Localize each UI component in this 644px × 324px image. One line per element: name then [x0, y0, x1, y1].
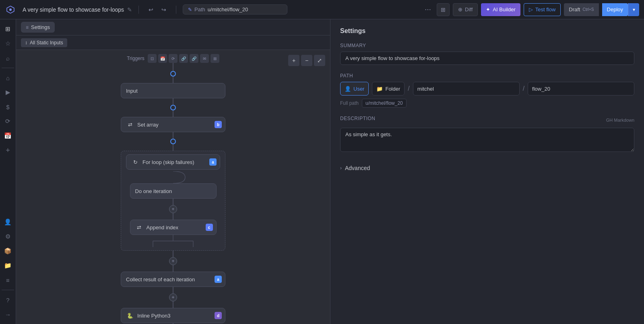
input-node-row: Input — [113, 83, 233, 98]
all-static-inputs-tab[interactable]: ↕ All Static Inputs — [21, 38, 67, 47]
gh-markdown-label: GH Markdown — [606, 118, 634, 123]
summary-input[interactable] — [340, 52, 634, 65]
trigger-icon-4[interactable]: 🔗 — [179, 54, 188, 63]
triggers-row: Triggers ⊡ 📅 ⟳ 🔗 🔗 ✉ ⊞ — [113, 54, 233, 63]
deploy-expand-button[interactable]: ▾ — [628, 3, 639, 16]
user-path-button[interactable]: 👤 User — [340, 82, 369, 96]
do-one-iteration-label: Do one iteration — [135, 188, 172, 194]
summary-label: Summary — [340, 43, 634, 48]
loop-curve — [126, 171, 220, 183]
trigger-icons: ⊡ 📅 ⟳ 🔗 🔗 ✉ ⊞ — [148, 54, 219, 63]
description-label: Description — [340, 116, 376, 121]
undo-button[interactable]: ↩ — [145, 4, 157, 15]
sidebar-icon-user[interactable]: 👤 — [2, 216, 14, 228]
path-section: Path 👤 User 📁 Folder / / Full path u/mit… — [340, 73, 634, 108]
sidebar-icon-search[interactable]: ⌕ — [2, 52, 14, 64]
sidebar-icon-integrations[interactable]: ⟳ — [2, 115, 14, 128]
sidebar-icon-home[interactable]: ⌂ — [2, 71, 14, 84]
test-flow-label: Test flow — [535, 6, 556, 12]
static-tab-icon: ↕ — [25, 40, 27, 46]
deploy-button[interactable]: Deploy — [602, 3, 628, 16]
zoom-out-button[interactable]: − — [301, 55, 312, 66]
sidebar-icon-play[interactable]: ▶ — [2, 86, 14, 99]
add-inner-button[interactable]: + — [169, 205, 177, 213]
add-button-3[interactable]: + — [169, 293, 177, 301]
path-sep-1: / — [408, 85, 409, 92]
trigger-icon-1[interactable]: ⊡ — [148, 54, 157, 63]
sidebar-icon-list[interactable]: ≡ — [2, 274, 14, 287]
undo-redo-group: ↩ ↪ — [145, 4, 169, 15]
flow-diagram: Triggers ⊡ 📅 ⟳ 🔗 🔗 ✉ ⊞ — [113, 54, 233, 324]
set-array-node[interactable]: ⇄ Set array b — [121, 117, 225, 132]
trigger-icon-5[interactable]: 🔗 — [190, 54, 198, 63]
deploy-label: Deploy — [607, 6, 623, 12]
diff-label: Diff — [465, 6, 473, 12]
path-display[interactable]: ✎ Path u/mitchel/flow_20 — [183, 4, 287, 15]
more-options-button[interactable]: ⋯ — [422, 4, 433, 15]
edit-title-icon[interactable]: ✎ — [127, 6, 132, 13]
sidebar-icon-signout[interactable]: → — [2, 308, 14, 321]
connector-dot-3 — [170, 139, 176, 144]
collect-result-row: Collect result of each iteration a — [113, 272, 233, 287]
sidebar-icon-help[interactable]: ? — [2, 293, 14, 306]
ai-builder-button[interactable]: ✦ AI Builder — [481, 3, 520, 16]
sidebar-icon-add[interactable]: + — [2, 144, 14, 157]
sidebar-icon-grid[interactable]: ⊞ — [2, 23, 14, 35]
app-logo — [5, 4, 16, 15]
input-node[interactable]: Input — [121, 83, 225, 98]
connector-dot-2 — [170, 105, 176, 110]
folder-path-button[interactable]: 📁 Folder — [372, 82, 405, 96]
inline-python3-badge: d — [215, 312, 222, 319]
do-one-iteration-node[interactable]: Do one iteration — [130, 183, 217, 199]
sidebar-icon-settings[interactable]: ⚙ — [2, 230, 14, 243]
for-loop-container: ↻ For loop (skip failures) a — [121, 151, 225, 251]
diff-button[interactable]: ⊕ Diff — [453, 3, 478, 16]
user-path-label: User — [353, 86, 364, 92]
sidebar-icon-dollar[interactable]: $ — [2, 100, 14, 113]
trigger-icon-2[interactable]: 📅 — [158, 54, 167, 63]
ai-builder-label: AI Builder — [493, 6, 515, 12]
settings-tab[interactable]: ≡ Settings — [21, 22, 55, 33]
description-textarea[interactable]: As simple as it gets. — [340, 128, 634, 152]
fit-view-button[interactable]: ⤢ — [314, 55, 325, 66]
inline-python3-node[interactable]: 🐍 Inline Python3 d — [121, 308, 225, 323]
redo-button[interactable]: ↪ — [158, 4, 169, 15]
sidebar-icon-star[interactable]: ☆ — [2, 37, 14, 50]
append-index-node[interactable]: ⇄ Append index c — [130, 220, 217, 235]
folder-icon: 📁 — [376, 86, 383, 92]
connector-inner-1 — [173, 199, 173, 205]
trigger-icon-6[interactable]: ✉ — [200, 54, 209, 63]
advanced-section[interactable]: › Advanced — [340, 162, 634, 174]
sidebar-icon-packages[interactable]: 📦 — [2, 245, 14, 258]
trigger-icon-3[interactable]: ⟳ — [169, 54, 178, 63]
full-path-label: Full path — [340, 100, 359, 106]
ai-icon: ✦ — [486, 6, 490, 12]
static-tab-label: All Static Inputs — [30, 40, 63, 46]
test-flow-button[interactable]: ▷ Test flow — [524, 3, 561, 16]
for-loop-node[interactable]: ↻ For loop (skip failures) a — [126, 154, 220, 170]
layout-toggle-button[interactable]: ⊞ — [437, 3, 450, 16]
namespace-input[interactable] — [413, 82, 520, 96]
set-array-badge: b — [215, 121, 222, 128]
append-index-row: ⇄ Append index c — [126, 220, 220, 235]
draft-button[interactable]: Draft Ctrl+S — [564, 3, 599, 16]
sidebar-icon-files[interactable]: 📁 — [2, 259, 14, 272]
user-icon: 👤 — [345, 86, 351, 92]
for-loop-badge: a — [209, 158, 217, 166]
draft-label: Draft — [569, 6, 580, 12]
flowname-input[interactable] — [528, 82, 634, 96]
trigger-icon-7[interactable]: ⊞ — [211, 54, 219, 63]
header-bar: A very simple flow to showcase for-loops… — [0, 0, 644, 19]
canvas-area: ≡ Settings ↕ All Static Inputs + − ⤢ — [16, 19, 330, 324]
add-button-2[interactable]: + — [169, 257, 177, 265]
collect-result-node[interactable]: Collect result of each iteration a — [121, 272, 225, 287]
advanced-label: Advanced — [345, 165, 370, 171]
connector-8 — [173, 265, 173, 272]
zoom-in-button[interactable]: + — [288, 55, 299, 66]
svg-point-1 — [9, 8, 12, 11]
summary-section: Summary — [340, 43, 634, 65]
sidebar-icon-calendar[interactable]: 📅 — [2, 129, 14, 142]
sidebar-divider-2 — [2, 290, 14, 290]
connector-dot-1 — [170, 71, 176, 77]
path-label: Path — [194, 6, 205, 12]
